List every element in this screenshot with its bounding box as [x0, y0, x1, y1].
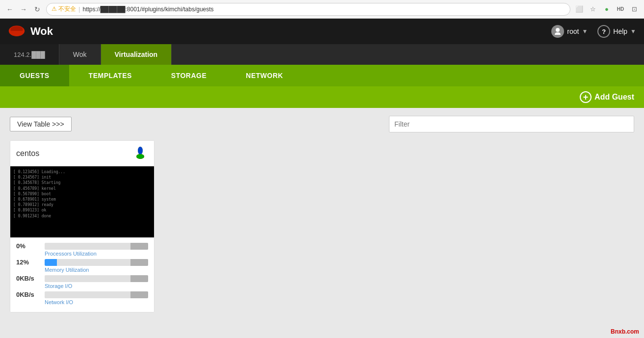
- toolbar-row: View Table >>>: [10, 116, 634, 132]
- filter-input[interactable]: [389, 116, 634, 132]
- add-icon: +: [580, 91, 592, 103]
- refresh-button[interactable]: ↻: [31, 3, 43, 15]
- memory-bar: [45, 259, 148, 266]
- cpu-stat-row: 0%: [16, 242, 148, 250]
- storage-label: Storage I/O: [16, 283, 148, 289]
- network-label: Network I/O: [16, 299, 148, 305]
- memory-stat-row: 12%: [16, 259, 148, 266]
- view-table-button[interactable]: View Table >>>: [10, 117, 72, 131]
- memory-bar-gray: [130, 259, 148, 266]
- add-guest-label: Add Guest: [594, 93, 634, 102]
- back-button[interactable]: ←: [4, 3, 16, 15]
- memory-value: 12%: [16, 259, 41, 266]
- network-stat-row: 0KB/s: [16, 291, 148, 298]
- sub-nav-network[interactable]: Network: [226, 65, 303, 86]
- cpu-value: 0%: [16, 242, 41, 250]
- guest-logo-icon: [132, 146, 148, 161]
- app-header: Wok root ▼ ? Help ▼: [0, 19, 644, 44]
- main-nav-ip[interactable]: 124.2.███: [0, 44, 59, 65]
- main-nav: 124.2.███ Wok Virtualization: [0, 44, 644, 65]
- guest-card: centos [ 0.123456] Loading... [ 0.234567…: [10, 140, 155, 312]
- cpu-bar: [45, 243, 148, 250]
- hd-button[interactable]: HD: [615, 3, 626, 15]
- app-logo: Wok: [8, 25, 53, 38]
- address-bar[interactable]: ⚠ 不安全 | https://██████:8001/#plugins/kim…: [46, 3, 570, 16]
- guests-grid: centos [ 0.123456] Loading... [ 0.234567…: [10, 140, 634, 312]
- forward-button[interactable]: →: [18, 3, 29, 15]
- user-avatar-icon: [551, 25, 564, 38]
- memory-label: Memory Utilization: [16, 267, 148, 273]
- sub-nav-templates[interactable]: Templates: [69, 65, 152, 86]
- sub-nav-storage[interactable]: Storage: [152, 65, 226, 86]
- browser-chrome: ← → ↻ ⚠ 不安全 | https://██████:8001/#plugi…: [0, 0, 644, 19]
- cpu-bar-gray: [130, 243, 148, 250]
- browser-nav-buttons: ← → ↻: [4, 3, 43, 15]
- help-chevron-icon: ▼: [630, 28, 636, 35]
- sub-nav: Guests Templates Storage Network: [0, 65, 644, 86]
- help-menu[interactable]: ? Help ▼: [597, 25, 636, 38]
- help-circle-icon: ?: [597, 25, 610, 38]
- svg-point-2: [556, 28, 560, 32]
- storage-bar: [45, 275, 148, 282]
- terminal-output: [ 0.123456] Loading... [ 0.234567] init …: [13, 169, 65, 219]
- bookmark-button[interactable]: ☆: [587, 3, 599, 15]
- user-name-label: root: [567, 27, 579, 35]
- profile-button[interactable]: ●: [601, 3, 613, 15]
- storage-stat-row: 0KB/s: [16, 275, 148, 282]
- action-bar: + Add Guest: [0, 86, 644, 108]
- fullscreen-button[interactable]: ⊡: [628, 3, 640, 15]
- wok-logo-icon: [8, 25, 26, 38]
- user-chevron-icon: ▼: [582, 28, 588, 35]
- browser-action-buttons: ⬜ ☆ ● HD ⊡: [573, 3, 640, 15]
- cast-button[interactable]: ⬜: [573, 3, 585, 15]
- network-value: 0KB/s: [16, 291, 41, 298]
- sub-nav-guests[interactable]: Guests: [0, 65, 69, 86]
- app-title: Wok: [30, 25, 53, 38]
- storage-bar-gray: [130, 275, 148, 282]
- add-guest-button[interactable]: + Add Guest: [580, 91, 634, 103]
- security-warning: ⚠ 不安全: [52, 5, 76, 13]
- main-nav-virtualization[interactable]: Virtualization: [101, 44, 172, 65]
- header-right: root ▼ ? Help ▼: [551, 25, 636, 38]
- guest-stats: 0% Processors Utilization 12% Memory Uti…: [10, 237, 154, 312]
- svg-point-7: [136, 154, 144, 159]
- memory-bar-fill: [45, 259, 57, 266]
- watermark: Bnxb.com: [611, 328, 639, 335]
- network-bar: [45, 291, 148, 298]
- svg-point-6: [138, 147, 143, 155]
- content-area: View Table >>> centos [ 0.123456] Loadin…: [0, 108, 644, 320]
- guest-card-header: centos: [10, 141, 154, 166]
- cpu-label: Processors Utilization: [16, 251, 148, 257]
- user-menu[interactable]: root ▼: [551, 25, 588, 38]
- guest-screen[interactable]: [ 0.123456] Loading... [ 0.234567] init …: [10, 166, 154, 237]
- main-nav-wok[interactable]: Wok: [59, 44, 101, 65]
- url-text: https://██████:8001/#plugins/kimchi/tabs…: [82, 6, 213, 13]
- help-label: Help: [613, 27, 627, 35]
- storage-value: 0KB/s: [16, 275, 41, 282]
- network-bar-gray: [130, 291, 148, 298]
- guest-name: centos: [16, 149, 39, 158]
